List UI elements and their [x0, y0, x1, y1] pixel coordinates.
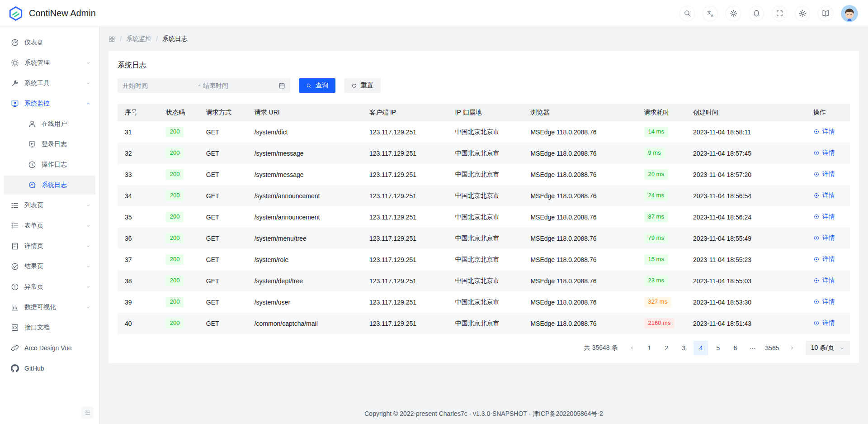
cell-status: 200 — [159, 291, 199, 313]
elapsed-badge: 14 ms — [644, 127, 668, 137]
detail-link[interactable]: 详情 — [813, 234, 835, 242]
cell-client-ip: 123.117.129.251 — [362, 164, 448, 185]
cell-uri: /system/announcement — [247, 206, 362, 228]
eye-icon — [813, 150, 820, 156]
status-badge: 200 — [166, 318, 184, 328]
eye-icon — [813, 235, 820, 241]
search-button[interactable] — [679, 6, 695, 21]
sidebar-item-system-tools[interactable]: 系统工具 — [4, 74, 95, 93]
pagination-next-button[interactable] — [785, 341, 799, 355]
detail-link[interactable]: 详情 — [813, 319, 835, 327]
detail-link-label: 详情 — [822, 191, 835, 200]
cell-actions: 详情 — [806, 313, 850, 334]
eye-icon — [813, 192, 820, 199]
sidebar-item-api-docs[interactable]: 接口文档 — [4, 318, 95, 337]
cell-created-at: 2023-11-04 18:57:45 — [686, 143, 806, 164]
table-row: 34200GET/system/announcement123.117.129.… — [118, 185, 850, 206]
cell-created-at: 2023-11-04 18:57:20 — [686, 164, 806, 185]
cell-uri: /system/dict — [247, 121, 362, 143]
cell-client-ip: 123.117.129.251 — [362, 270, 448, 291]
detail-link[interactable]: 详情 — [813, 170, 835, 178]
sidebar-nav: 仪表盘系统管理系统工具系统监控在线用户登录日志操作日志系统日志列表页表单页详情页… — [0, 33, 99, 378]
collapse-sidebar-button[interactable] — [81, 406, 94, 419]
status-badge: 200 — [166, 169, 184, 179]
detail-link[interactable]: 详情 — [813, 276, 835, 285]
pagination-page-1[interactable]: 1 — [642, 341, 656, 355]
breadcrumb-item[interactable]: 系统监控 — [126, 35, 151, 43]
sidebar-item-login-logs[interactable]: 登录日志 — [4, 135, 95, 154]
cell-ip-region: 中国北京北京市 — [448, 185, 524, 206]
detail-link[interactable]: 详情 — [813, 298, 835, 306]
cell-client-ip: 123.117.129.251 — [362, 291, 448, 313]
chevron-down-icon — [85, 305, 91, 310]
cell-method: GET — [199, 313, 247, 334]
sidebar-item-dashboard[interactable]: 仪表盘 — [4, 33, 95, 52]
pagination-page-6[interactable]: 6 — [728, 341, 742, 355]
sidebar-item-list-pages[interactable]: 列表页 — [4, 196, 95, 215]
start-time-input[interactable] — [123, 82, 195, 89]
cell-client-ip: 123.117.129.251 — [362, 121, 448, 143]
sidebar-item-arco-design-vue[interactable]: Arco Design Vue — [4, 338, 95, 357]
sidebar-item-result-pages[interactable]: 结果页 — [4, 257, 95, 276]
pagination-prev-button[interactable] — [625, 341, 639, 355]
sidebar-item-github[interactable]: GitHub — [4, 359, 95, 378]
eye-icon — [813, 320, 820, 326]
detail-link[interactable]: 详情 — [813, 255, 835, 263]
detail-link[interactable]: 详情 — [813, 191, 835, 200]
column-header: 创建时间 — [686, 104, 806, 121]
logo-area[interactable]: ContiNew Admin — [8, 6, 96, 21]
reset-button[interactable]: 重置 — [344, 78, 381, 93]
sidebar-item-data-visualization[interactable]: 数据可视化 — [4, 298, 95, 317]
detail-link[interactable]: 详情 — [813, 128, 835, 136]
sidebar-item-label: GitHub — [24, 365, 44, 372]
table-row: 38200GET/system/dept/tree123.117.129.251… — [118, 270, 850, 291]
layout: 仪表盘系统管理系统工具系统监控在线用户登录日志操作日志系统日志列表页表单页详情页… — [0, 27, 868, 424]
detail-link-label: 详情 — [822, 255, 835, 263]
column-header: 状态码 — [159, 104, 199, 121]
cell-uri: /common/captcha/mail — [247, 313, 362, 334]
sidebar-item-operation-logs[interactable]: 操作日志 — [4, 155, 95, 174]
cell-actions: 详情 — [806, 121, 850, 143]
apps-icon[interactable] — [108, 36, 115, 43]
cell-browser: MSEdge 118.0.2088.76 — [523, 164, 637, 185]
pagination-page-3[interactable]: 3 — [676, 341, 691, 355]
settings-button[interactable] — [795, 6, 810, 21]
search-button[interactable]: 查询 — [299, 78, 335, 93]
sidebar-item-system-logs[interactable]: 系统日志 — [4, 176, 95, 195]
column-header: 操作 — [806, 104, 850, 121]
table-row: 39200GET/system/user123.117.129.251中国北京北… — [118, 291, 850, 313]
docs-button[interactable] — [818, 6, 833, 21]
pagination-page-2[interactable]: 2 — [659, 341, 674, 355]
detail-link[interactable]: 详情 — [813, 213, 835, 221]
sidebar-item-exception-pages[interactable]: 异常页 — [4, 277, 95, 296]
sidebar-item-online-users[interactable]: 在线用户 — [4, 114, 95, 133]
sidebar-item-system-management[interactable]: 系统管理 — [4, 53, 95, 72]
chevron-down-icon — [85, 203, 91, 208]
end-time-input[interactable] — [203, 82, 276, 89]
sidebar-item-form-pages[interactable]: 表单页 — [4, 216, 95, 235]
pagination-page-3565[interactable]: 3565 — [762, 341, 782, 355]
eye-icon — [813, 129, 820, 135]
sidebar-item-detail-pages[interactable]: 详情页 — [4, 237, 95, 256]
breadcrumb-item[interactable]: 系统日志 — [162, 35, 188, 43]
cell-created-at: 2023-11-04 18:56:54 — [686, 185, 806, 206]
list-icon — [11, 201, 19, 210]
pagination-page-4[interactable]: 4 — [693, 341, 708, 355]
page-size-select[interactable]: 10 条/页 — [806, 341, 850, 355]
cell-status: 200 — [159, 206, 199, 228]
theme-button[interactable] — [726, 6, 741, 21]
sidebar-item-label: 结果页 — [24, 262, 43, 271]
sidebar-item-system-monitor[interactable]: 系统监控 — [4, 94, 95, 113]
sidebar-item-label: 表单页 — [24, 222, 43, 230]
notifications-button[interactable] — [749, 6, 764, 21]
avatar[interactable] — [841, 5, 858, 22]
exception-icon — [11, 283, 19, 291]
pagination-ellipsis[interactable]: ··· — [745, 341, 760, 355]
date-range-picker[interactable]: - — [118, 78, 290, 93]
detail-link[interactable]: 详情 — [813, 149, 835, 157]
language-button[interactable]: 文A — [703, 6, 718, 21]
fullscreen-button[interactable] — [772, 6, 787, 21]
pagination-page-5[interactable]: 5 — [711, 341, 725, 355]
app-logo-icon — [8, 6, 24, 21]
elapsed-badge: 23 ms — [644, 276, 668, 286]
